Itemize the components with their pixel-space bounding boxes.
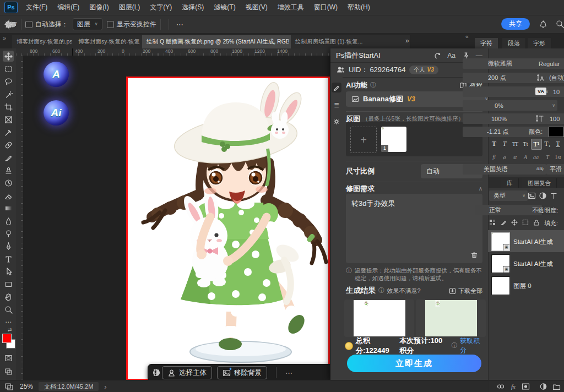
collapse-panels-icon[interactable]: « — [465, 34, 469, 40]
eraser-tool[interactable] — [3, 190, 14, 201]
request-textarea[interactable]: 转3d手办效果 — [346, 194, 482, 263]
result-thumbnail-1[interactable] — [344, 300, 414, 337]
show-transform-checkbox[interactable] — [107, 21, 114, 28]
underline-button[interactable]: T — [553, 139, 563, 149]
vertical-ruler[interactable] — [16, 56, 23, 380]
select-subject-button[interactable]: 选择主体 — [162, 366, 212, 379]
edit-toolbar-button[interactable]: ⋯ — [3, 317, 14, 328]
healing-brush-tool[interactable] — [3, 139, 14, 150]
font-style-dropdown[interactable]: Regular — [535, 58, 564, 69]
object-selection-tool[interactable] — [3, 89, 14, 100]
small-caps-button[interactable]: Tt — [520, 139, 530, 149]
lock-pixels-icon[interactable] — [500, 219, 507, 226]
document-tab-1[interactable]: 博客封面sy-恢复的.psd × — [12, 35, 83, 48]
layer-filter-dropdown[interactable]: 类型 ∨ — [489, 190, 528, 201]
ot-discretionary-button[interactable]: st — [510, 153, 520, 161]
marquee-tool[interactable] — [3, 63, 14, 74]
lock-all-icon[interactable] — [533, 219, 540, 226]
lock-artboard-icon[interactable] — [522, 219, 529, 226]
all-caps-button[interactable]: TT — [510, 139, 520, 149]
download-all-button[interactable]: 下载全部 — [449, 287, 482, 295]
brush-tool[interactable] — [3, 152, 14, 163]
blur-tool[interactable] — [3, 215, 14, 226]
type-tool[interactable] — [3, 253, 14, 264]
dodge-tool[interactable] — [3, 228, 14, 239]
ot-contextual-button[interactable]: ø — [500, 153, 509, 161]
layer-effects-icon[interactable]: fx — [511, 383, 516, 390]
layer-thumbnail[interactable]: ▣ — [491, 254, 510, 273]
kerning-value-box[interactable]: 10 — [550, 86, 564, 97]
new-group-icon[interactable] — [552, 383, 561, 390]
language-dropdown[interactable]: 美国英语 ∨ — [463, 164, 546, 175]
frame-tool[interactable] — [3, 114, 14, 125]
trash-icon[interactable] — [470, 251, 478, 259]
document-tab-4[interactable]: 绘制厨房场景图 (1)-恢复... — [291, 35, 410, 48]
foreground-color-swatch[interactable] — [2, 334, 12, 343]
document-tab-2[interactable]: 博客封面sy-恢复的-恢复的.psd × — [74, 35, 151, 48]
adjustments-button[interactable] — [151, 367, 162, 378]
result-thumbnail-2[interactable] — [416, 300, 486, 337]
tab-libraries[interactable]: 库 — [501, 178, 519, 188]
refresh-icon[interactable] — [433, 52, 441, 59]
move-tool[interactable] — [3, 51, 14, 62]
menu-plugins[interactable]: 增效工具 — [273, 0, 309, 15]
layer-mask-icon[interactable] — [522, 383, 530, 390]
notifications-button[interactable] — [538, 19, 548, 29]
path-selection-tool[interactable] — [3, 266, 14, 277]
auto-select-dropdown[interactable]: 图层 ∨ — [73, 18, 102, 30]
anti-alias-dropdown[interactable]: 平滑 — [546, 164, 564, 175]
menu-image[interactable]: 图像(I) — [84, 0, 113, 15]
status-chevron-icon[interactable]: › — [104, 383, 106, 391]
ot-titling-button[interactable]: T — [543, 153, 552, 161]
menu-help[interactable]: 帮助(H) — [343, 0, 375, 15]
ot-ordinals-button[interactable]: 1st — [553, 153, 563, 161]
eyedropper-tool[interactable] — [3, 127, 14, 138]
search-button[interactable] — [555, 19, 564, 29]
gradient-tool[interactable] — [3, 203, 14, 214]
text-color-swatch[interactable] — [549, 127, 564, 137]
zoom-tool[interactable] — [3, 304, 14, 315]
menu-view[interactable]: 视图(V) — [241, 0, 273, 15]
font-size-toggle[interactable]: Aa — [447, 52, 455, 59]
swap-colors-icon[interactable]: ⇄ — [8, 327, 12, 333]
tab-paragraph-panel[interactable]: 段落 — [502, 38, 526, 48]
uploaded-image-thumbnail[interactable]: 1 — [381, 127, 406, 152]
menu-window[interactable]: 窗口(W) — [309, 0, 343, 15]
menu-type[interactable]: 文字(Y) — [145, 0, 177, 15]
shape-tool[interactable] — [3, 279, 14, 290]
adjustment-layer-icon[interactable] — [539, 383, 547, 390]
crop-tool[interactable] — [3, 101, 14, 112]
tab-overflow-left-icon[interactable]: » — [3, 35, 6, 41]
superscript-button[interactable]: T¹ — [531, 139, 542, 150]
link-layers-icon[interactable] — [496, 383, 505, 390]
stack-mode-icon[interactable]: ≣ — [332, 100, 341, 110]
settings-mode-icon[interactable] — [332, 117, 341, 127]
document-canvas[interactable] — [128, 78, 328, 379]
menu-edit[interactable]: 编辑(E) — [52, 0, 84, 15]
lock-position-icon[interactable] — [511, 219, 518, 226]
share-button[interactable]: 共享 — [501, 18, 530, 30]
pen-tool[interactable] — [3, 241, 14, 252]
chevron-up-icon[interactable]: ∧ — [479, 186, 482, 192]
tracking-dropdown[interactable]: 0% ∨ — [463, 100, 557, 111]
clone-stamp-tool[interactable] — [3, 165, 14, 176]
filter-pixel-icon[interactable] — [528, 192, 536, 200]
hand-tool[interactable] — [3, 291, 14, 302]
remove-background-button[interactable]: ✦ 移除背景 — [217, 366, 267, 379]
layer-row-2[interactable]: ▣ StartAI AI生成 — [488, 252, 564, 274]
history-brush-tool[interactable] — [3, 177, 14, 188]
filter-type-icon[interactable] — [550, 192, 558, 200]
layer-thumbnail[interactable] — [491, 276, 510, 295]
subscript-button[interactable]: T₁ — [543, 139, 552, 149]
get-points-link[interactable]: 获取积分 — [460, 336, 482, 355]
screen-mode-status-icon[interactable] — [4, 382, 14, 391]
faux-italic-button[interactable]: T — [500, 139, 509, 149]
workspace-settings-button[interactable] — [3, 19, 14, 30]
layer-row-1-selected[interactable]: ▣ StartAI AI生成 — [488, 230, 564, 252]
info-icon[interactable]: ⓘ — [370, 81, 376, 89]
lock-transparent-icon[interactable] — [489, 219, 496, 226]
filter-adjustment-icon[interactable] — [539, 192, 547, 200]
layer-thumbnail[interactable]: ▣ — [491, 232, 510, 251]
more-options-icon[interactable]: ⋯ — [173, 20, 187, 29]
tab-glyphs-panel[interactable]: 字形 — [528, 38, 551, 48]
